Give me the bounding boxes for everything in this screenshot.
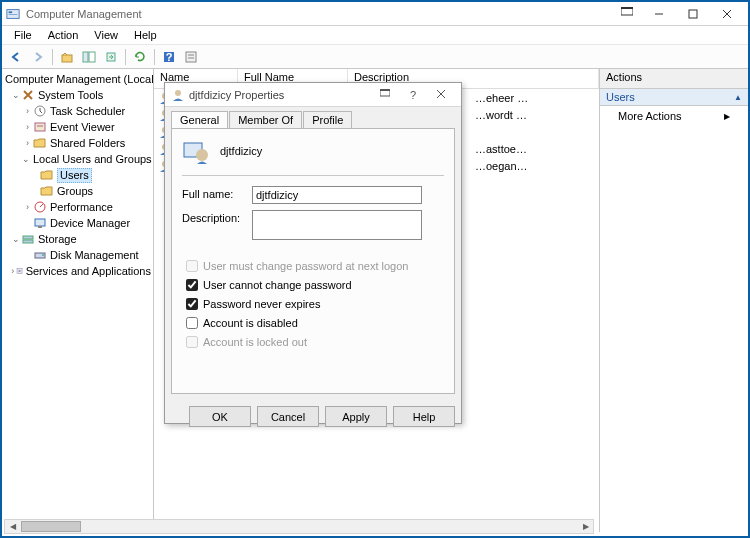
tree-storage[interactable]: Storage [38,233,77,245]
tools-icon [21,88,35,102]
tab-memberof[interactable]: Member Of [229,111,302,128]
dialog-ribbon-icon[interactable] [371,89,399,101]
tree-local-users-groups[interactable]: Local Users and Groups [33,153,152,165]
main-window: Computer Management File Action View Hel… [0,0,750,538]
chk-neverexpires[interactable] [186,298,198,310]
properties-dialog: djtfdizicy Properties ? General Member O… [164,82,462,424]
expander-icon[interactable]: › [22,106,33,116]
expander-icon[interactable]: ⌄ [22,154,30,164]
help-button[interactable]: Help [393,406,455,427]
tree-root[interactable]: Computer Management (Local) [5,73,154,85]
chk-cannotchange[interactable] [186,279,198,291]
navigation-tree[interactable]: Computer Management (Local) ⌄ System Too… [2,69,154,532]
properties-button[interactable] [181,47,201,67]
actions-header: Actions [600,69,748,89]
storage-icon [21,232,35,246]
dialog-titlebar: djtfdizicy Properties ? [165,83,461,107]
window-title: Computer Management [26,8,612,20]
expander-icon[interactable]: ⌄ [10,234,21,244]
svg-point-38 [175,90,181,96]
svg-point-44 [196,149,208,161]
show-hide-button[interactable] [79,47,99,67]
menu-file[interactable]: File [6,27,40,43]
tree-disk-management[interactable]: Disk Management [50,249,139,261]
chevron-right-icon: ▶ [724,112,730,121]
chk-lockedout-label: Account is locked out [203,336,307,348]
menubar: File Action View Help [2,26,748,45]
dialog-buttons: OK Cancel Apply Help [165,400,461,433]
menu-action[interactable]: Action [40,27,87,43]
tree-services-apps[interactable]: Services and Applications [26,265,151,277]
svg-rect-28 [23,240,33,243]
svg-text:?: ? [166,51,173,63]
tree-groups[interactable]: Groups [57,185,93,197]
tree-system-tools[interactable]: System Tools [38,89,103,101]
dialog-username: djtfdizicy [220,145,262,157]
up-button[interactable] [57,47,77,67]
maximize-button[interactable] [676,3,710,25]
expander-icon[interactable]: › [22,122,33,132]
svg-rect-27 [23,236,33,239]
svg-rect-40 [380,89,390,91]
tree-shared-folders[interactable]: Shared Folders [50,137,125,149]
svg-rect-25 [35,219,45,226]
titlebar: Computer Management [2,2,748,26]
tree-device-manager[interactable]: Device Manager [50,217,130,229]
dialog-help-icon[interactable]: ? [399,89,427,101]
menu-help[interactable]: Help [126,27,165,43]
svg-rect-20 [35,123,45,131]
svg-rect-15 [186,52,196,62]
chk-neverexpires-label: Password never expires [203,298,320,310]
cancel-button[interactable]: Cancel [257,406,319,427]
chk-disabled[interactable] [186,317,198,329]
horizontal-scrollbar[interactable]: ◀ ▶ [4,519,594,534]
actions-more[interactable]: More Actions ▶ [600,106,748,126]
device-icon [33,216,47,230]
ok-button[interactable]: OK [189,406,251,427]
back-button[interactable] [6,47,26,67]
collapse-icon: ▲ [734,93,742,102]
description-input[interactable] [252,210,422,240]
export-button[interactable] [101,47,121,67]
scroll-left-icon[interactable]: ◀ [5,520,20,533]
expander-icon[interactable]: › [22,138,33,148]
menu-view[interactable]: View [86,27,126,43]
forward-button[interactable] [28,47,48,67]
help-button[interactable]: ? [159,47,179,67]
chk-cannotchange-label: User cannot change password [203,279,352,291]
tab-profile[interactable]: Profile [303,111,352,128]
dialog-tabs: General Member Of Profile [165,107,461,128]
fullname-input[interactable] [252,186,422,204]
actions-pane: Actions Users ▲ More Actions ▶ [600,69,748,532]
tree-performance[interactable]: Performance [50,201,113,213]
expander-icon[interactable]: › [22,202,33,212]
event-icon [33,120,47,134]
user-icon [171,88,185,102]
svg-point-30 [42,254,44,256]
svg-rect-6 [689,10,697,18]
chk-lockedout [186,336,198,348]
svg-rect-9 [62,55,72,62]
chk-disabled-label: Account is disabled [203,317,298,329]
scroll-right-icon[interactable]: ▶ [578,520,593,533]
tab-general[interactable]: General [171,111,228,128]
scroll-thumb[interactable] [21,521,81,532]
svg-rect-1 [9,11,13,13]
apply-button[interactable]: Apply [325,406,387,427]
tree-task-scheduler[interactable]: Task Scheduler [50,105,125,117]
performance-icon [33,200,47,214]
app-icon [6,7,20,21]
minimize-button[interactable] [642,3,676,25]
actions-group-users[interactable]: Users ▲ [600,89,748,106]
svg-rect-26 [38,226,42,228]
ribbon-icon[interactable] [612,7,642,21]
tree-users[interactable]: Users [57,168,92,183]
folder-shared-icon [33,136,47,150]
fullname-label: Full name: [182,186,252,200]
dialog-close-button[interactable] [427,89,455,101]
expander-icon[interactable]: ⌄ [10,90,21,100]
tree-event-viewer[interactable]: Event Viewer [50,121,115,133]
refresh-button[interactable] [130,47,150,67]
svg-point-32 [18,270,20,272]
close-button[interactable] [710,3,744,25]
